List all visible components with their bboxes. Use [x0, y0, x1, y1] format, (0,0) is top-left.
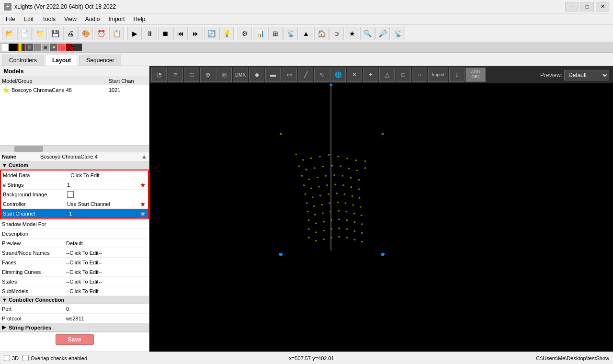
mt-circle[interactable]: ⊕	[200, 68, 216, 82]
strings-star-icon[interactable]: ★	[140, 181, 146, 189]
start-channel-star-icon[interactable]: ★	[140, 210, 146, 217]
mt-dmx[interactable]: DMX	[233, 68, 248, 82]
check-3d-label[interactable]: 3D	[4, 355, 19, 361]
prop-start-channel[interactable]: Start Channel ★	[1, 209, 148, 218]
tab-layout[interactable]: Layout	[45, 55, 78, 66]
effect-icon-3[interactable]	[17, 44, 25, 51]
tb-clipboard[interactable]: 📋	[109, 27, 124, 40]
models-scrollbar[interactable]	[0, 145, 149, 152]
prop-faces[interactable]: Faces --Click To Edit--	[0, 258, 149, 267]
mt-import[interactable]: Import	[428, 68, 448, 82]
mt-square[interactable]: □	[184, 68, 199, 82]
menu-edit[interactable]: Edit	[20, 15, 37, 23]
mt-wave[interactable]: ∿	[314, 68, 329, 82]
prop-value-states[interactable]: --Click To Edit--	[64, 279, 147, 284]
mt-arch[interactable]: ◔	[151, 68, 167, 82]
tab-sequencer[interactable]: Sequencer	[79, 55, 121, 66]
minimize-button[interactable]: ─	[565, 2, 579, 11]
mt-rect[interactable]: ▭	[282, 68, 297, 82]
tb-open[interactable]: 📂	[2, 27, 16, 40]
mt-matrix[interactable]: ≡	[168, 68, 183, 82]
effect-icon-4[interactable]: ▒	[25, 44, 33, 51]
prop-controller[interactable]: Controller Use Start Channel ★	[1, 199, 148, 209]
tb-save[interactable]: 💾	[48, 27, 62, 40]
prop-bg-image[interactable]: Background Image	[1, 190, 148, 199]
tb-dmx[interactable]: 📡	[284, 27, 298, 40]
maximize-button[interactable]: □	[580, 2, 594, 11]
check-overlap-label[interactable]: Overlap checks enabled	[23, 355, 87, 361]
prop-value-dimming[interactable]: --Click To Edit--	[64, 269, 147, 275]
tb-chart[interactable]: 📊	[253, 27, 267, 40]
custom-toggle[interactable]: ▼	[2, 162, 9, 168]
save-button[interactable]: Save	[56, 334, 94, 345]
tb-upload[interactable]: ▲	[299, 27, 313, 40]
mt-x[interactable]: ✕	[347, 68, 362, 82]
prop-strings[interactable]: # Strings 1 ★	[1, 180, 148, 190]
string-props-toggle[interactable]: ▶	[2, 324, 9, 330]
mt-down[interactable]: ↓	[449, 68, 465, 82]
controller-toggle[interactable]: ▼	[2, 297, 9, 303]
scrollbar-thumb[interactable]	[14, 146, 43, 152]
menu-file[interactable]: File	[2, 15, 19, 23]
check-overlap[interactable]	[23, 355, 29, 361]
mt-ellipse[interactable]: ○	[412, 68, 427, 82]
prop-dimming-curves[interactable]: Dimming Curves --Click To Edit--	[0, 267, 149, 277]
prop-value-model-data[interactable]: --Click To Edit--	[65, 172, 146, 178]
tab-controllers[interactable]: Controllers	[2, 55, 44, 66]
preview-dropdown[interactable]: Default All Models Unassigned	[564, 70, 609, 80]
effect-icon-8[interactable]	[58, 44, 66, 51]
mt-globe[interactable]: 🌐	[330, 68, 346, 82]
menu-audio[interactable]: Audio	[81, 15, 104, 23]
mt-strip[interactable]: ▬	[265, 68, 281, 82]
mt-add-obj[interactable]: ADDOBJ	[465, 68, 486, 82]
tb-stop[interactable]: ⏹	[158, 27, 172, 40]
tb-grid[interactable]: ⊞	[268, 27, 283, 40]
check-3d[interactable]	[4, 355, 10, 361]
tb-recent[interactable]: 📁	[33, 27, 47, 40]
prop-protocol[interactable]: Protocol ws2811	[0, 314, 149, 323]
effect-icon-6[interactable]: ⊞	[42, 44, 49, 51]
tb-timer[interactable]: ⏰	[94, 27, 108, 40]
effect-icon-1[interactable]	[1, 44, 9, 51]
tb-color[interactable]: 🎨	[79, 27, 93, 40]
close-button[interactable]: ✕	[596, 2, 609, 11]
prop-description[interactable]: Description	[0, 229, 149, 239]
prop-port[interactable]: Port 0	[0, 304, 149, 314]
menu-import[interactable]: Import	[105, 15, 129, 23]
mt-star[interactable]: ✦	[363, 68, 378, 82]
tb-star[interactable]: ★	[345, 27, 359, 40]
tb-search2[interactable]: 🔎	[375, 27, 390, 40]
tb-pause[interactable]: ⏸	[143, 27, 157, 40]
prop-value-strand[interactable]: --Click To Edit--	[64, 250, 147, 256]
mt-triangle[interactable]: △	[379, 68, 395, 82]
controller-star-icon[interactable]: ★	[140, 200, 146, 208]
start-channel-input[interactable]	[67, 210, 137, 217]
prop-submodels[interactable]: SubModels --Click To Edit--	[0, 286, 149, 296]
tb-settings[interactable]: ⚙	[238, 27, 252, 40]
prop-value-submodels[interactable]: --Click To Edit--	[64, 288, 147, 294]
tb-face[interactable]: ☺	[329, 27, 344, 40]
tb-house[interactable]: 🏠	[314, 27, 329, 40]
tb-render[interactable]: 🖨	[63, 27, 78, 40]
menu-view[interactable]: View	[60, 15, 80, 23]
model-row[interactable]: ⭐ Boscoyo ChromaCane 48 1021	[0, 85, 149, 95]
tb-prev[interactable]: ⏮	[173, 27, 188, 40]
tb-loop[interactable]: 🔄	[204, 27, 218, 40]
prop-model-data[interactable]: Model Data --Click To Edit--	[1, 171, 148, 180]
mt-diamond[interactable]: ◆	[249, 68, 264, 82]
tb-play[interactable]: ▶	[127, 27, 142, 40]
mt-ring[interactable]: ◎	[216, 68, 232, 82]
bg-image-box[interactable]	[67, 191, 74, 198]
prop-value-faces[interactable]: --Click To Edit--	[64, 260, 147, 265]
effect-icon-9[interactable]	[66, 44, 74, 51]
tb-bulb[interactable]: 💡	[219, 27, 234, 40]
mt-line[interactable]: ╱	[298, 68, 313, 82]
prop-preview[interactable]: Preview Default	[0, 239, 149, 248]
tb-new[interactable]: 📄	[17, 27, 32, 40]
tb-search1[interactable]: 🔍	[360, 27, 375, 40]
mt-rect2[interactable]: □	[396, 68, 411, 82]
prop-states[interactable]: States --Click To Edit--	[0, 277, 149, 286]
effect-icon-5[interactable]	[34, 44, 41, 51]
effect-icon-7[interactable]: ★	[50, 44, 57, 51]
tb-next[interactable]: ⏭	[189, 27, 203, 40]
